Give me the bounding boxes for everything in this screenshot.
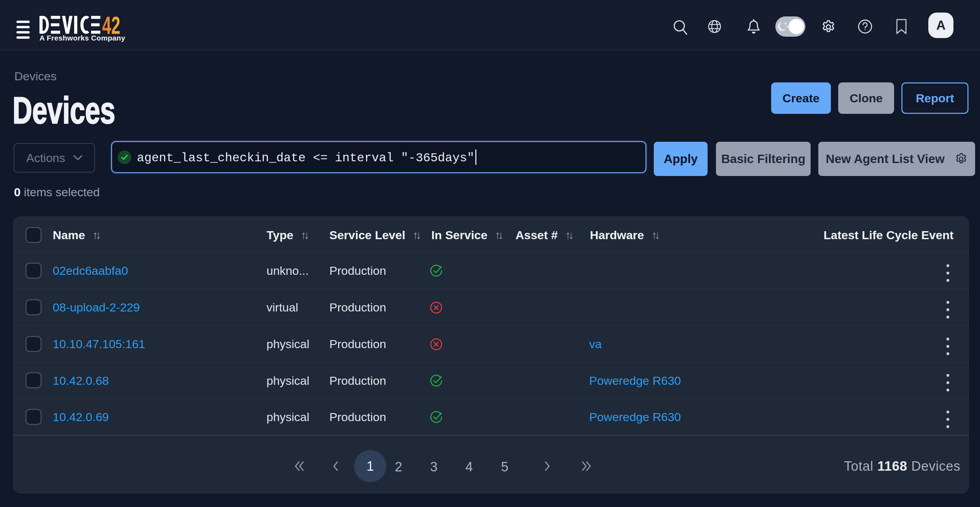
svg-text:42: 42 — [102, 16, 121, 34]
